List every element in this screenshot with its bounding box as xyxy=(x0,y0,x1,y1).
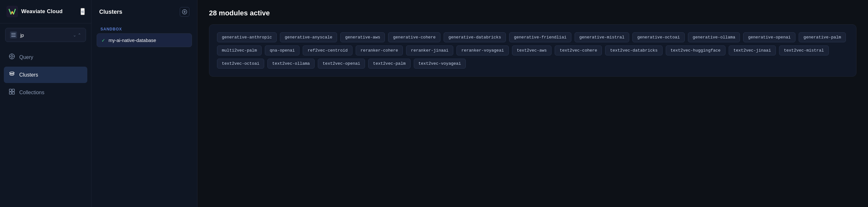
cluster-env-label: SANDBOX xyxy=(97,25,192,33)
clusters-icon xyxy=(8,71,16,79)
module-badge: reranker-cohere xyxy=(356,45,403,56)
module-badge: generative-ollama xyxy=(688,32,740,42)
module-badge: generative-cohere xyxy=(388,32,440,42)
module-badge: text2vec-palm xyxy=(368,59,410,69)
sidebar-item-collections[interactable]: Collections xyxy=(4,84,87,101)
module-badge: generative-openai xyxy=(743,32,796,42)
module-badge: generative-aws xyxy=(340,32,385,42)
module-badge: text2vec-mistral xyxy=(779,45,829,56)
svg-point-3 xyxy=(11,56,13,57)
clusters-panel-title: Clusters xyxy=(99,9,122,15)
module-badge: qna-openai xyxy=(265,45,300,56)
module-badge: text2vec-ollama xyxy=(268,59,315,69)
module-badge: text2vec-aws xyxy=(512,45,552,56)
add-cluster-button[interactable] xyxy=(180,7,189,17)
query-icon xyxy=(8,53,16,61)
clusters-list: SANDBOX ✓ my-ai-native-database xyxy=(92,23,197,52)
module-badge: generative-anyscale xyxy=(280,32,337,42)
module-badge: generative-friendliai xyxy=(509,32,571,42)
module-badge: text2vec-openai xyxy=(318,59,365,69)
cluster-item[interactable]: ✓ my-ai-native-database xyxy=(97,33,192,47)
weaviate-logo-icon xyxy=(6,6,18,17)
svg-rect-12 xyxy=(12,92,14,94)
module-badge: generative-palm xyxy=(799,32,846,42)
module-badge: text2vec-cohere xyxy=(555,45,602,56)
app-title: Weaviate Cloud xyxy=(21,8,63,15)
cluster-item-name: my-ai-native-database xyxy=(108,37,156,43)
svg-rect-10 xyxy=(12,89,14,91)
svg-rect-9 xyxy=(9,89,11,91)
module-badge: text2vec-voyageai xyxy=(414,59,466,69)
module-badge: generative-anthropic xyxy=(217,32,277,42)
module-badge: text2vec-jinaai xyxy=(729,45,776,56)
clusters-panel-header: Clusters xyxy=(92,0,197,23)
module-badge: reranker-jinaai xyxy=(406,45,453,56)
module-badge: text2vec-databricks xyxy=(605,45,662,56)
svg-rect-11 xyxy=(9,92,11,94)
sidebar: Weaviate Cloud « jp ⌄ ⌃ xyxy=(0,0,92,207)
svg-point-8 xyxy=(10,72,14,74)
workspace-selector[interactable]: jp ⌄ ⌃ xyxy=(5,28,86,42)
modules-container: generative-anthropicgenerative-anyscaleg… xyxy=(209,24,857,77)
modules-title: 28 modules active xyxy=(209,9,857,17)
module-badge: multi2vec-palm xyxy=(217,45,261,56)
workspace-name: jp xyxy=(20,32,73,38)
cluster-active-icon: ✓ xyxy=(101,38,105,43)
modules-grid: generative-anthropicgenerative-anyscaleg… xyxy=(217,32,848,69)
sidebar-nav: Query Clusters xyxy=(0,46,91,103)
module-badge: reranker-voyageai xyxy=(457,45,509,56)
sidebar-item-collections-label: Collections xyxy=(19,90,44,96)
module-badge: ref2vec-centroid xyxy=(303,45,352,56)
workspace-chevron-icon: ⌄ ⌃ xyxy=(73,33,81,37)
sidebar-item-clusters-label: Clusters xyxy=(19,72,38,78)
sidebar-item-query[interactable]: Query xyxy=(4,49,87,65)
module-badge: text2vec-octoai xyxy=(217,59,264,69)
cluster-group-sandbox: SANDBOX ✓ my-ai-native-database xyxy=(97,25,192,47)
sidebar-header: Weaviate Cloud « xyxy=(0,0,91,23)
sidebar-item-clusters[interactable]: Clusters xyxy=(4,67,87,83)
module-badge: generative-databricks xyxy=(444,32,506,42)
main-content: 28 modules active generative-anthropicge… xyxy=(197,0,868,207)
module-badge: generative-octoai xyxy=(632,32,685,42)
sidebar-item-query-label: Query xyxy=(19,55,33,60)
logo-area: Weaviate Cloud xyxy=(6,6,63,17)
collections-icon xyxy=(8,89,16,97)
workspace-icon xyxy=(10,31,17,38)
sidebar-collapse-button[interactable]: « xyxy=(81,8,85,15)
module-badge: generative-mistral xyxy=(575,32,629,42)
module-badge: text2vec-huggingface xyxy=(666,45,725,56)
clusters-panel: Clusters SANDBOX ✓ my-ai-native-database xyxy=(92,0,197,207)
